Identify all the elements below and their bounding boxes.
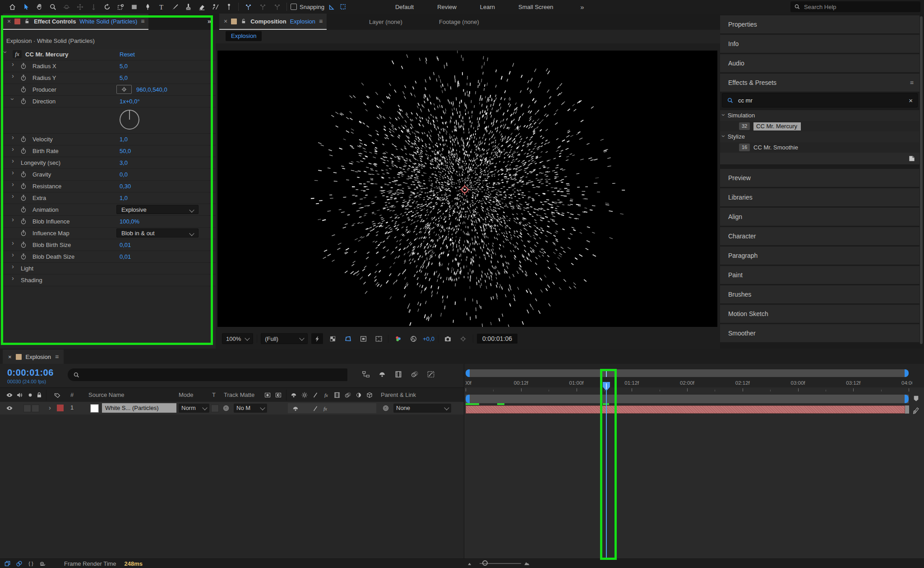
expand-icon[interactable]: › — [12, 134, 14, 140]
comp-marker-bin-icon[interactable] — [912, 395, 920, 403]
property-value[interactable]: 1x+0,0° — [120, 96, 140, 107]
rectangle-tool[interactable] — [128, 1, 140, 12]
stopwatch-icon[interactable] — [20, 147, 27, 154]
sidebar-panel-properties[interactable]: Properties — [720, 15, 919, 33]
blend-mode-dropdown[interactable]: Norm — [179, 404, 209, 413]
layer-label-color[interactable] — [57, 405, 64, 411]
workspace-tab-small-screen[interactable]: Small Screen — [518, 4, 553, 10]
clear-search-icon[interactable]: × — [909, 97, 913, 104]
work-area-end-handle[interactable] — [905, 395, 909, 403]
show-snapshot-icon[interactable] — [457, 333, 469, 344]
pen-tool[interactable] — [142, 1, 153, 12]
zoom-tool[interactable] — [47, 1, 59, 12]
animation-dropdown[interactable]: Explosive — [116, 205, 199, 214]
expand-icon[interactable]: › — [12, 169, 14, 176]
clone-stamp-tool[interactable] — [182, 1, 194, 12]
exposure-icon[interactable] — [407, 333, 419, 344]
quality-switch-icon[interactable] — [311, 405, 319, 412]
solo-toggle-slot[interactable] — [32, 405, 39, 412]
mask-visibility-icon[interactable] — [357, 333, 369, 344]
hand-tool[interactable] — [33, 1, 45, 12]
expand-icon[interactable]: › — [12, 251, 14, 258]
panel-target-comp[interactable]: Explosion — [290, 18, 315, 25]
close-icon[interactable]: × — [7, 18, 11, 25]
collapse-icon[interactable]: › — [721, 114, 727, 116]
transfer-controls-icon[interactable] — [14, 559, 23, 568]
layer-duration-bar[interactable] — [466, 405, 905, 414]
layer-row-1[interactable]: › 1 White S... (Particles) Norm No M fx … — [0, 402, 464, 415]
viewer-tab-explosion[interactable]: Explosion — [226, 31, 262, 41]
workspace-tab-default[interactable]: Default — [395, 4, 414, 10]
hide-shy-layers-icon[interactable] — [377, 369, 387, 379]
stopwatch-icon[interactable] — [20, 253, 27, 260]
stopwatch-icon[interactable] — [20, 218, 27, 225]
effects-group-stylize[interactable]: › Stylize — [720, 131, 919, 142]
property-value[interactable]: 0,01 — [120, 251, 131, 262]
stopwatch-icon[interactable] — [20, 241, 27, 248]
effect-item-label[interactable]: CC Mr. Mercury — [753, 122, 801, 130]
stopwatch-icon[interactable] — [20, 74, 27, 81]
preview-timecode[interactable]: 0:00:01:06 — [477, 334, 517, 344]
panel-menu-icon[interactable]: ≡ — [910, 74, 913, 92]
timeline-zoom-slider[interactable] — [467, 560, 535, 567]
layer-visibility-icon[interactable] — [5, 404, 13, 412]
stopwatch-icon[interactable] — [20, 229, 27, 237]
lock-icon[interactable] — [24, 18, 30, 24]
sidebar-panel-character[interactable]: Character — [720, 227, 919, 245]
direction-dial[interactable] — [120, 110, 139, 130]
comp-color-swatch[interactable] — [16, 354, 22, 360]
stopwatch-icon[interactable] — [20, 62, 27, 70]
help-search-field[interactable]: Search Help — [790, 1, 920, 12]
effects-switch-icon[interactable]: fx — [321, 405, 329, 412]
channel-icon[interactable] — [392, 333, 404, 344]
property-value[interactable]: 50,0 — [120, 145, 131, 157]
stopwatch-icon[interactable] — [20, 86, 27, 93]
property-value[interactable]: 1,0 — [120, 192, 128, 204]
comp-button-icon[interactable] — [912, 406, 920, 414]
effect-name[interactable]: CC Mr. Mercury — [25, 49, 68, 60]
motion-blur-icon[interactable] — [410, 369, 420, 379]
track-matte-dropdown[interactable]: No M — [234, 404, 267, 413]
render-queue-icon[interactable] — [3, 559, 12, 568]
composition-viewport[interactable] — [217, 51, 717, 327]
expand-icon[interactable]: › — [12, 181, 14, 187]
expand-icon[interactable]: › — [12, 157, 14, 164]
expand-icon[interactable]: › — [12, 239, 14, 246]
stopwatch-icon[interactable] — [20, 171, 27, 178]
expand-icon[interactable]: › — [12, 275, 14, 281]
property-value[interactable]: 3,0 — [120, 157, 128, 168]
workspace-tab-learn[interactable]: Learn — [480, 4, 495, 10]
panel-menu-icon[interactable]: ≡ — [55, 353, 58, 360]
axis-mode-icon[interactable] — [242, 1, 254, 12]
layer-name[interactable]: White S... (Particles) — [102, 403, 176, 413]
layer-viewer-tab[interactable]: Layer (none) — [369, 14, 402, 30]
property-group-light[interactable]: › Light — [0, 263, 216, 275]
track-matte-pickwhip-icon[interactable] — [222, 404, 230, 412]
timeline-navigator-bar[interactable] — [466, 369, 909, 377]
rotation-tool[interactable] — [101, 1, 113, 12]
expand-icon[interactable]: › — [12, 61, 14, 67]
workspace-tab-review[interactable]: Review — [437, 4, 457, 10]
zoom-slider-knob[interactable] — [482, 560, 488, 566]
effect-item-label[interactable]: CC Mr. Smoothie — [753, 144, 798, 151]
effect-controls-tab[interactable]: × Effect Controls White Solid (Particles… — [3, 14, 148, 30]
close-icon[interactable]: × — [224, 18, 227, 25]
effects-search-field[interactable]: cc mr × — [722, 93, 918, 107]
layer-out-point-handle[interactable] — [905, 405, 909, 414]
collapse-icon[interactable]: › — [2, 51, 9, 53]
expand-icon[interactable]: › — [12, 216, 14, 223]
property-value[interactable]: 0,01 — [120, 239, 131, 251]
sidebar-panel-info[interactable]: Info — [720, 35, 919, 53]
property-value[interactable]: 0,0 — [120, 169, 128, 180]
sidebar-panel-paint[interactable]: Paint — [720, 266, 919, 284]
composition-tab[interactable]: × Composition Explosion ≡ — [219, 14, 327, 30]
panel-overflow-chevron[interactable]: » — [208, 17, 211, 25]
time-ruler[interactable]: 0:00f00:12f01:00f01:12f02:00f02:12f03:00… — [466, 378, 912, 394]
roto-brush-tool[interactable] — [209, 1, 221, 12]
grid-guides-icon[interactable] — [373, 333, 384, 344]
expressions-icon[interactable]: { } — [26, 559, 35, 568]
snap-box-icon[interactable] — [338, 2, 348, 12]
expand-icon[interactable]: › — [12, 192, 14, 199]
timeline-tab-explosion[interactable]: × Explosion ≡ — [3, 349, 64, 364]
column-graph-divider[interactable] — [464, 364, 464, 559]
